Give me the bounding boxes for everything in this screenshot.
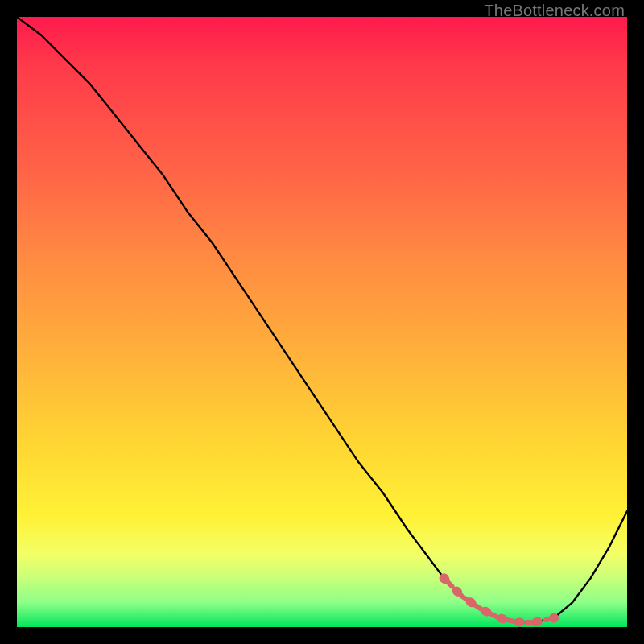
curve-layer <box>17 17 627 627</box>
bottleneck-curve-path <box>17 17 627 622</box>
optimal-endpoint-dot <box>440 573 449 583</box>
chart-frame: TheBottleneck.com <box>0 0 644 644</box>
plot-area <box>17 17 627 627</box>
optimal-endpoint-dot <box>549 613 559 623</box>
watermark-text: TheBottleneck.com <box>484 2 625 20</box>
optimal-region-dashes <box>444 578 554 622</box>
